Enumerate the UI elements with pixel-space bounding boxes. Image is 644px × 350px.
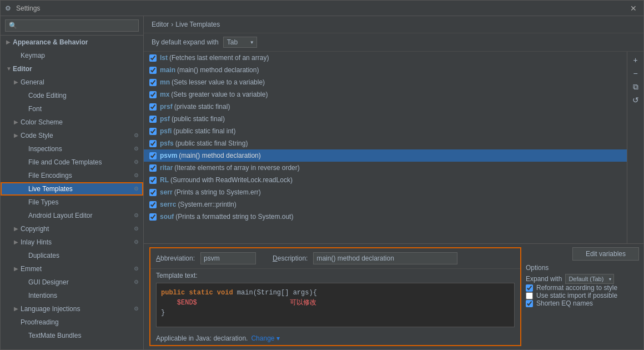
sidebar-item-label-gui-designer: GUI Designer [28, 277, 69, 288]
sidebar-item-gui-designer[interactable]: GUI Designer⚙ [1, 276, 143, 289]
options-panel: Edit variables Options Expand with Defau… [521, 244, 643, 349]
expand-with-label: Expand with [526, 275, 562, 283]
template-abbr-mn: mn [160, 78, 170, 86]
template-checkbox-serr[interactable] [149, 189, 157, 196]
template-abbr-psvm: psvm [160, 152, 177, 159]
tree-arrow-color-scheme: ▶ [14, 117, 21, 128]
template-checkbox-ritar[interactable] [149, 164, 157, 172]
remove-template-button[interactable]: − [630, 67, 642, 79]
sidebar-item-label-emmet: Emmet [21, 263, 42, 274]
expand-with-select-wrap: Default (Tab) Tab Enter Space [565, 274, 614, 284]
template-desc-lst: (Fetches last element of an array) [169, 54, 269, 62]
sidebar-item-emmet[interactable]: ▶ Emmet⚙ [1, 262, 143, 276]
template-item-psfs[interactable]: psfs (public static final String) [144, 137, 627, 149]
template-desc-serr: (Prints a string to System.err) [174, 188, 261, 196]
expand-with-select[interactable]: Default (Tab) Tab Enter Space [565, 274, 614, 284]
template-checkbox-lst[interactable] [149, 54, 157, 62]
close-button[interactable]: ✕ [628, 4, 639, 13]
template-checkbox-prsf[interactable] [149, 103, 157, 111]
sidebar-item-proofreading[interactable]: Proofreading [1, 316, 143, 329]
template-checkbox-psfs[interactable] [149, 140, 157, 147]
template-desc-mn: (Sets lesser value to a variable) [172, 78, 265, 86]
reformat-checkbox[interactable] [526, 284, 533, 292]
sidebar-item-inspections[interactable]: Inspections⚙ [1, 142, 143, 156]
template-item-mx[interactable]: mx (Sets greater value to a variable) [144, 88, 627, 101]
sidebar-item-duplicates[interactable]: Duplicates [1, 249, 143, 262]
template-checkbox-mn[interactable] [149, 79, 157, 86]
detail-panel: Abbreviation: Description: Template text… [149, 247, 521, 346]
sidebar-item-textmate-bundles[interactable]: TextMate Bundles [1, 329, 143, 342]
sidebar-item-live-templates[interactable]: Live Templates⚙ [1, 182, 143, 196]
sidebar-item-label-intentions: Intentions [28, 290, 57, 301]
template-checkbox-serrc[interactable] [149, 201, 157, 208]
sidebar-item-copyright[interactable]: ▶ Copyright⚙ [1, 222, 143, 236]
template-checkbox-psvm[interactable] [149, 152, 157, 159]
template-item-psfi[interactable]: psfi (public static final int) [144, 125, 627, 137]
template-checkbox-souf[interactable] [149, 213, 157, 221]
template-item-serr[interactable]: serr (Prints a string to System.err) [144, 186, 627, 198]
sidebar-item-font[interactable]: Font [1, 102, 143, 116]
template-abbr-psfi: psfi [160, 127, 172, 135]
template-desc-RL: (Surround with ReadWriteLock.readLock) [170, 176, 293, 184]
template-item-psvm[interactable]: psvm (main() method declaration) [144, 149, 627, 162]
template-desc-psfs: (public static final String) [175, 139, 248, 147]
sidebar-item-appearance[interactable]: ▶ Appearance & Behavior [1, 36, 143, 49]
search-input[interactable] [5, 19, 139, 32]
shorten-eq-row: Shorten EQ names [526, 299, 639, 307]
sidebar-item-file-code-templates[interactable]: File and Code Templates⚙ [1, 156, 143, 169]
sidebar-item-android-layout-editor[interactable]: Android Layout Editor⚙ [1, 209, 143, 222]
shorten-eq-checkbox[interactable] [526, 300, 533, 307]
code-editor[interactable]: public static void main(String[] args){ … [156, 283, 515, 327]
template-desc-souf: (Prints a formatted string to System.out… [175, 213, 293, 221]
edit-variables-button[interactable]: Edit variables [572, 247, 639, 261]
template-checkbox-psfi[interactable] [149, 128, 157, 135]
sidebar-item-inlay-hints[interactable]: ▶ Inlay Hints⚙ [1, 236, 143, 249]
sidebar-item-label-inlay-hints: Inlay Hints [21, 237, 52, 248]
list-actions: + − ⧉ ↺ [627, 52, 643, 243]
undo-button[interactable]: ↺ [630, 94, 642, 106]
template-item-lst[interactable]: lst (Fetches last element of an array) [144, 52, 627, 64]
template-checkbox-main[interactable] [149, 67, 157, 74]
template-checkbox-mx[interactable] [149, 91, 157, 98]
expand-select[interactable]: Tab Enter Space [223, 37, 257, 48]
expand-with-row: Expand with Default (Tab) Tab Enter Spac… [526, 274, 639, 284]
template-item-RL[interactable]: RL (Surround with ReadWriteLock.readLock… [144, 174, 627, 186]
abbreviation-input[interactable] [200, 252, 256, 264]
add-template-button[interactable]: + [630, 54, 642, 66]
tree-arrow-general: ▶ [14, 77, 21, 88]
template-item-main[interactable]: main (main() method declaration) [144, 64, 627, 76]
main-content: ▶ Appearance & BehaviorKeymap▼ Editor▶ G… [1, 16, 643, 349]
tree-arrow-language-injections: ▶ [14, 303, 21, 314]
sidebar-item-keymap[interactable]: Keymap [1, 49, 143, 62]
sidebar-item-intentions[interactable]: Intentions [1, 289, 143, 302]
sidebar-item-language-injections[interactable]: ▶ Language Injections⚙ [1, 302, 143, 316]
template-abbr-lst: lst [160, 54, 168, 62]
sidebar-item-general[interactable]: ▶ General [1, 76, 143, 89]
sidebar-item-label-copyright: Copyright [21, 223, 49, 234]
template-abbr-serrc: serrc [160, 201, 176, 208]
sidebar-item-label-android-layout-editor: Android Layout Editor [28, 210, 92, 221]
sidebar-item-code-editing[interactable]: Code Editing [1, 89, 143, 102]
applicable-bar: Applicable in Java: declaration. Change … [150, 332, 520, 345]
sidebar-item-label-file-encodings: File Encodings [28, 170, 72, 181]
sidebar-item-file-types[interactable]: File Types [1, 196, 143, 209]
template-checkbox-psf[interactable] [149, 116, 157, 123]
template-checkbox-RL[interactable] [149, 177, 157, 184]
sidebar-item-file-encodings[interactable]: File Encodings⚙ [1, 169, 143, 182]
change-link[interactable]: Change ▾ [251, 334, 279, 342]
sidebar-item-editor[interactable]: ▼ Editor [1, 62, 143, 76]
template-item-ritar[interactable]: ritar (Iterate elements of array in reve… [144, 162, 627, 174]
sidebar-item-color-scheme[interactable]: ▶ Color Scheme [1, 116, 143, 129]
tree-arrow-copyright: ▶ [14, 223, 21, 234]
description-input[interactable] [313, 252, 457, 264]
sidebar-item-label-font: Font [28, 103, 42, 114]
template-item-psf[interactable]: psf (public static final) [144, 113, 627, 125]
template-item-souf[interactable]: souf (Prints a formatted string to Syste… [144, 211, 627, 223]
template-item-prsf[interactable]: prsf (private static final) [144, 101, 627, 113]
template-item-mn[interactable]: mn (Sets lesser value to a variable) [144, 76, 627, 88]
sidebar-item-code-style[interactable]: ▶ Code Style⚙ [1, 129, 143, 142]
copy-template-button[interactable]: ⧉ [630, 81, 642, 93]
template-item-serrc[interactable]: serrc (System.err::println) [144, 198, 627, 211]
abbreviation-label: Abbreviation: [156, 254, 195, 262]
static-import-checkbox[interactable] [526, 292, 533, 299]
